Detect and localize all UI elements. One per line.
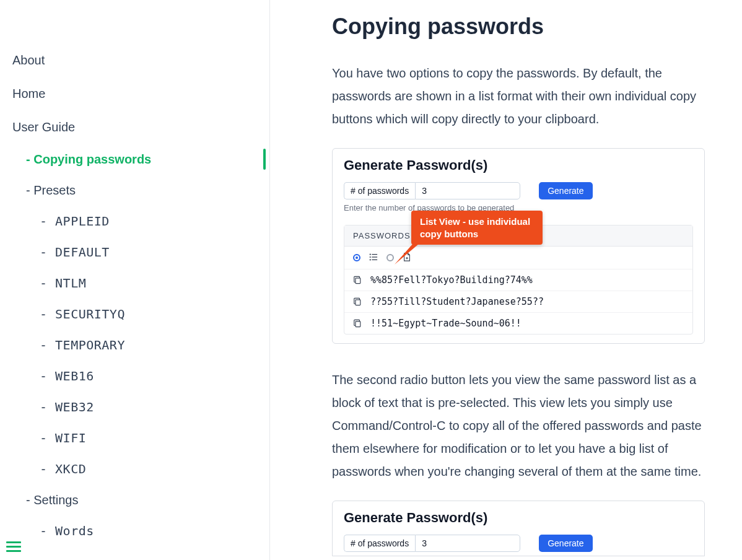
radio-block-view[interactable] bbox=[386, 254, 394, 261]
nav-user-guide[interactable]: User Guide bbox=[0, 110, 269, 144]
nav-preset-web32[interactable]: - WEB32 bbox=[0, 392, 269, 422]
copy-icon[interactable] bbox=[353, 297, 362, 306]
nav-preset-web16[interactable]: - WEB16 bbox=[0, 361, 269, 392]
password-row: ??55?Till?Student?Japanese?55?? bbox=[344, 291, 692, 312]
svg-marker-0 bbox=[395, 243, 419, 265]
copy-icon[interactable] bbox=[353, 276, 362, 284]
generate-card-listview: Generate Password(s) # of passwords 3 Ge… bbox=[332, 148, 705, 344]
menu-toggle-icon[interactable] bbox=[6, 539, 21, 554]
generate-card-blockview: Generate Password(s) # of passwords 3 Ge… bbox=[332, 501, 705, 556]
num-passwords-label-2: # of passwords bbox=[344, 535, 415, 552]
generate-button-2[interactable]: Generate bbox=[539, 535, 592, 552]
nav-home[interactable]: Home bbox=[0, 77, 269, 110]
generate-button[interactable]: Generate bbox=[539, 182, 592, 199]
num-passwords-label: # of passwords bbox=[344, 182, 415, 199]
list-icon bbox=[369, 253, 378, 263]
nav-preset-appleid[interactable]: - APPLEID bbox=[0, 206, 269, 237]
svg-point-5 bbox=[370, 257, 370, 258]
num-passwords-input[interactable]: 3 bbox=[415, 182, 520, 199]
nav-preset-xkcd[interactable]: - XKCD bbox=[0, 453, 269, 484]
passwords-header: PASSWORDS List View - use individual cop… bbox=[344, 225, 692, 247]
nav-presets[interactable]: - Presets bbox=[0, 175, 269, 206]
num-passwords-input-2[interactable]: 3 bbox=[415, 535, 520, 552]
password-row: %%85?Fell?Tokyo?Building?74%% bbox=[344, 269, 692, 291]
svg-point-4 bbox=[370, 254, 370, 255]
generate-heading: Generate Password(s) bbox=[344, 157, 693, 173]
page-title: Copying passwords bbox=[332, 14, 705, 40]
passwords-panel: PASSWORDS List View - use individual cop… bbox=[344, 225, 693, 335]
nav-preset-wifi[interactable]: - WIFI bbox=[0, 422, 269, 453]
nav-words[interactable]: - Words bbox=[0, 515, 269, 546]
svg-rect-10 bbox=[356, 300, 360, 305]
svg-point-6 bbox=[370, 260, 370, 260]
nav-preset-ntlm[interactable]: - NTLM bbox=[0, 268, 269, 299]
nav-copying-passwords[interactable]: - Copying passwords bbox=[0, 144, 269, 175]
listview-tooltip: List View - use individual copy buttons bbox=[411, 211, 543, 245]
generate-heading-2: Generate Password(s) bbox=[344, 510, 693, 526]
passwords-header-label: PASSWORDS bbox=[353, 231, 411, 240]
main-content: Copying passwords You have two options t… bbox=[270, 0, 742, 560]
second-paragraph: The second radio button lets you view th… bbox=[332, 369, 705, 483]
password-text: !!51~Egypt~Trade~Sound~06!! bbox=[370, 318, 522, 329]
nav-about[interactable]: About bbox=[0, 43, 269, 77]
svg-rect-11 bbox=[356, 322, 360, 327]
nav-preset-default[interactable]: - DEFAULT bbox=[0, 237, 269, 268]
intro-paragraph: You have two options to copy the passwor… bbox=[332, 62, 705, 131]
sidebar: About Home User Guide - Copying password… bbox=[0, 0, 270, 560]
nav-preset-securityq[interactable]: - SECURITYQ bbox=[0, 299, 269, 330]
nav-preset-temporary[interactable]: - TEMPORARY bbox=[0, 330, 269, 361]
radio-list-view[interactable] bbox=[353, 254, 360, 261]
svg-rect-9 bbox=[356, 278, 360, 284]
password-text: ??55?Till?Student?Japanese?55?? bbox=[370, 296, 544, 307]
password-row: !!51~Egypt~Trade~Sound~06!! bbox=[344, 312, 692, 334]
password-text: %%85?Fell?Tokyo?Building?74%% bbox=[370, 274, 533, 286]
nav-settings[interactable]: - Settings bbox=[0, 484, 269, 515]
copy-icon[interactable] bbox=[353, 319, 362, 328]
